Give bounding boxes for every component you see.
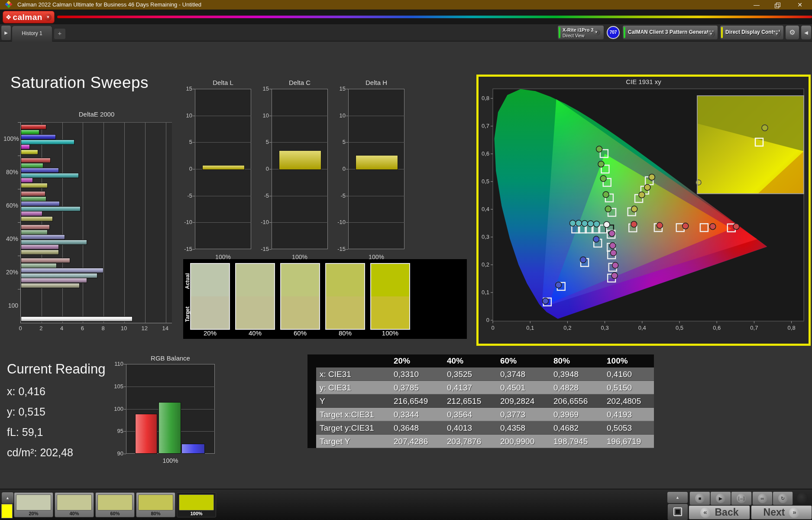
patch-card-60%[interactable]: 60% [95,492,135,517]
deltaC-ytick-label: -15 [256,246,269,252]
next-arrows-icon: » [789,507,799,518]
refresh-button[interactable]: ↻ [773,491,793,505]
chevron-down-icon[interactable]: ▼ [707,31,715,37]
meter-name: X-Rite i1Pro 3 [563,27,594,32]
deltae-bar-20%-4 [21,278,87,283]
chevron-down-icon[interactable]: ▼ [773,31,781,37]
gridline [348,142,404,143]
next-button[interactable]: Next » [751,505,812,520]
next-label: Next [763,507,785,518]
deltae-ytick-label: 100 [3,302,18,309]
table-header-cell: 60% [494,354,547,367]
swatch-label: 100% [370,329,410,337]
rainbow-divider [57,16,812,18]
back-button[interactable]: « Back [689,505,750,520]
stop-button[interactable]: ■ [689,491,710,505]
table-row-stub [307,394,316,408]
deltae-bar-20%-1 [21,263,57,268]
table-row-label: Target Y [316,435,388,448]
display-control-button[interactable]: Direct Display Control ▼ [720,25,784,40]
swatch-target [371,296,409,329]
table-row: Target Y207,4286203,7876200,9900198,7945… [307,435,654,448]
patch-card-40%[interactable]: 40% [55,492,94,517]
pattern-window-icon [676,510,680,514]
deltaC-bar [279,150,321,170]
swatch-80% [325,263,365,330]
tick-mark [269,116,272,116]
svg-text:0,3: 0,3 [482,234,489,240]
deltae-ytick-label: 40% [3,235,18,242]
deltae-ytick-label: 80% [3,169,18,176]
tick-mark [269,89,272,89]
tick-mark [346,116,348,116]
swatch-target [326,296,364,329]
gridline [195,196,251,196]
deltae-bar-60%-0 [21,191,45,196]
step-button[interactable]: [↔] [731,491,752,505]
page-title: Saturation Sweeps [10,74,149,92]
play-button[interactable]: ▶ [710,491,731,505]
svg-text:0,2: 0,2 [482,261,489,268]
gridline [104,123,104,323]
table-value-cell: 216,6549 [388,394,441,408]
deltae-bar-60%-3 [21,206,81,211]
restore-button[interactable] [771,0,786,10]
gridline [166,123,166,323]
pattern-generator-button[interactable]: CalMAN Client 3 Pattern Generator ▼ [622,25,718,40]
svg-text:0: 0 [486,317,489,323]
patch-card-20%[interactable]: 20% [14,492,53,517]
current-patch-swatch [1,504,13,518]
pattern-window-button[interactable] [667,504,688,520]
table-value-cell: 0,5150 [601,381,654,394]
current-reading-panel: Current Reading x: 0,416 y: 0,515 fL: 59… [7,361,120,463]
rgb-balance-chart: RGB Balance 1101051009590100% [108,354,234,469]
expand-pane-button[interactable]: ▶ [1,25,11,41]
deltae-bar-60%-4 [21,211,42,216]
table-value-cell: 0,3948 [547,367,601,381]
gridline [348,196,404,196]
patch-card-100%[interactable]: 100% [177,492,216,517]
tick-mark [124,454,126,454]
play-icon: ▶ [716,494,725,503]
collapse-panel-icon[interactable]: ◀ [801,25,812,40]
deltae-xtick-label: 10 [117,325,130,332]
patch-card-80%[interactable]: 80% [136,492,175,517]
table-value-cell: 196,6719 [601,435,654,448]
chevron-down-icon[interactable]: ▼ [45,14,52,21]
deltae-ytick-label: 100% [3,135,18,142]
tick-mark [193,222,195,223]
display-name: Direct Display Control [725,29,780,35]
add-tab-button[interactable]: + [54,28,66,39]
chevron-down-icon[interactable]: ▼ [592,29,600,36]
rgb-bar-blue [181,444,205,454]
rgb-ytick-label: 110 [108,361,123,367]
deltaL-ytick-label: 0 [180,166,192,172]
settings-gear-icon[interactable]: ⚙ [785,25,799,40]
table-value-cell: 212,6515 [441,394,494,408]
deltaL-ytick-label: 10 [180,112,192,119]
expand-strip-button[interactable]: ▲ [1,492,14,504]
deltae-xtick-label: 0 [14,325,27,332]
table-row: Target y:CIE310,36480,40130,43580,46820,… [307,421,654,435]
meter-device-button[interactable]: X-Rite i1Pro 3 Direct View ▼ [557,25,604,40]
table-row-stub [307,367,316,381]
minimize-button[interactable]: — [749,0,764,10]
calman-menu-button[interactable]: ❖ calman ▼ [3,11,55,23]
expand-controls-button[interactable]: ▲ [667,491,688,504]
rgb-ytick-label: 105 [108,383,123,390]
loop-button[interactable]: ∞ [752,491,773,505]
table-value-cell: 0,4160 [601,367,654,381]
swatch-target [236,296,274,329]
tick-mark [269,169,272,169]
svg-text:0: 0 [491,325,494,331]
rgb-bar-red [135,414,157,454]
deltae-bar-40%-3 [21,240,87,245]
tick-mark [346,222,348,223]
close-button[interactable]: ✕ [793,0,807,10]
tab-history-1[interactable]: History 1 [12,26,52,42]
current-reading-title: Current Reading [7,361,120,377]
deltae-bar-80%-2 [21,168,59,173]
deltae-bar-40%-1 [21,230,48,235]
meter-badge[interactable]: 707 [607,26,620,39]
table-value-cell: 198,7945 [547,435,601,448]
